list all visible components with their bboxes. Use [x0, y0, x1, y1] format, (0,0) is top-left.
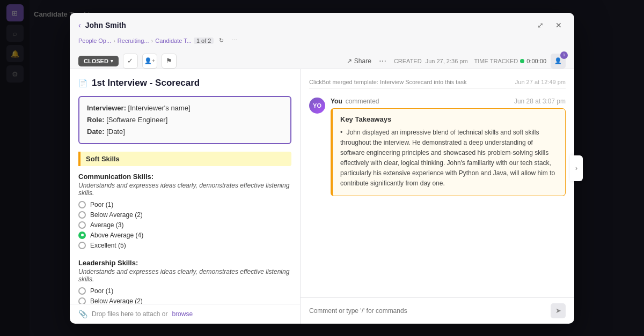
clickbot-message: Jun 27 at 12:49 pm ClickBot merged templ…	[309, 76, 566, 89]
modal-header-icons: ⤢ ✕	[533, 18, 566, 32]
modal-title-row: ‹ John Smith ⤢ ✕	[78, 18, 566, 32]
modal-wrapper: ‹ John Smith ⤢ ✕ People Op... › Recruiti…	[70, 13, 574, 324]
share-button[interactable]: ↗ Share	[347, 57, 371, 65]
created-info: CREATED Jun 27, 2:36 pm	[394, 58, 468, 64]
scorecard-title-text: 1st Interview - Scorecard	[92, 78, 200, 88]
breadcrumb-refresh-button[interactable]: ↻	[216, 35, 226, 46]
more-options-button[interactable]: ⋯	[376, 54, 390, 68]
status-label: CLOSED	[84, 58, 108, 64]
modal-overlay[interactable]: ‹ John Smith ⤢ ✕ People Op... › Recruiti…	[0, 0, 644, 336]
flag-button[interactable]: ⚑	[162, 54, 177, 69]
key-takeaways-box: Key Takeaways • John displayed an impres…	[331, 108, 566, 196]
left-pane: 📄 1st Interview - Scorecard Interviewer:…	[70, 69, 301, 324]
comments-content: Jun 27 at 12:49 pm ClickBot merged templ…	[301, 69, 574, 297]
comment-meta: You commented Jun 28 at 3:07 pm	[331, 98, 566, 105]
comm-label-1: Poor (1)	[90, 201, 113, 208]
scorecard-title-row: 📄 1st Interview - Scorecard	[78, 78, 291, 88]
date-value: [Date]	[106, 128, 125, 136]
comment-body: You commented Jun 28 at 3:07 pm Key Take…	[331, 98, 566, 196]
leadership-desc: Understands and expresses ideas clearly,…	[78, 268, 291, 283]
lead-label-2: Below Average (2)	[90, 297, 143, 304]
comm-option-2[interactable]: Below Average (2)	[78, 211, 291, 219]
info-box: Interviewer: [Interviewer's name] Role: …	[78, 96, 291, 144]
comment-time: Jun 28 at 3:07 pm	[514, 98, 566, 105]
comm-option-1[interactable]: Poor (1)	[78, 201, 291, 208]
created-label: CREATED	[394, 58, 422, 64]
share-label: Share	[354, 57, 371, 65]
key-takeaways-content: John displayed an impressive blend of te…	[340, 129, 555, 188]
date-label: Date:	[87, 128, 105, 136]
breadcrumb-item-3[interactable]: Candidate T...	[155, 38, 192, 44]
interviewer-label: Interviewer:	[87, 104, 126, 112]
comm-option-4[interactable]: Above Average (4)	[78, 232, 291, 239]
notification-badge: 1	[560, 51, 568, 59]
toolbar-meta: CREATED Jun 27, 2:36 pm TIME TRACKED 0:0…	[394, 58, 546, 64]
created-date: Jun 27, 2:36 pm	[426, 58, 468, 64]
breadcrumb-sep-2: ›	[151, 38, 153, 44]
avatar-count-button[interactable]: 👤 1	[551, 54, 566, 69]
comm-option-5[interactable]: Excellent (5)	[78, 242, 291, 249]
comm-label-3: Average (3)	[90, 221, 123, 229]
share-icon: ↗	[347, 57, 352, 65]
comm-radio-1[interactable]	[78, 201, 86, 208]
comm-radio-5[interactable]	[78, 242, 86, 249]
breadcrumb: People Op... › Recruiting... › Candidate…	[78, 35, 566, 50]
lead-radio-1[interactable]	[78, 287, 86, 295]
communication-desc: Understands and expresses ideas clearly,…	[78, 182, 291, 197]
comment-input-row: ➤	[301, 297, 574, 324]
comm-radio-2[interactable]	[78, 211, 86, 219]
comm-option-3[interactable]: Average (3)	[78, 221, 291, 229]
scorecard-doc-icon: 📄	[78, 79, 87, 87]
comment-item: YO You commented Jun 28 at 3:07 pm Key T…	[309, 98, 566, 196]
key-takeaways-title: Key Takeaways	[340, 115, 558, 123]
avatar-initials: YO	[313, 102, 321, 109]
comment-author: You	[331, 98, 342, 105]
comment-input[interactable]	[309, 307, 546, 315]
assignee-button[interactable]: 👤+	[142, 54, 157, 69]
breadcrumb-count: 1 of 2	[194, 38, 214, 44]
role-label: Role:	[87, 116, 105, 124]
key-takeaways-text: • John displayed an impressive blend of …	[340, 128, 558, 189]
comm-radio-3[interactable]	[78, 221, 86, 229]
status-button[interactable]: CLOSED ▾	[78, 56, 119, 66]
scorecard-content: 📄 1st Interview - Scorecard Interviewer:…	[70, 69, 300, 304]
drop-zone: 📎 Drop files here to attach or browse	[70, 304, 300, 324]
interviewer-value: [Interviewer's name]	[128, 104, 191, 112]
comment-send-button[interactable]: ➤	[551, 303, 566, 318]
expand-button[interactable]: ⤢	[533, 18, 547, 32]
interviewer-line: Interviewer: [Interviewer's name]	[87, 102, 283, 114]
comment-action: commented	[346, 98, 379, 105]
leadership-skills-block: Leadership Skills: Understands and expre…	[78, 259, 291, 304]
comm-label-5: Excellent (5)	[90, 242, 126, 249]
breadcrumb-more-button[interactable]: ⋯	[229, 35, 239, 46]
modal-person-name: John Smith	[85, 21, 126, 29]
comm-label-2: Below Average (2)	[90, 211, 143, 219]
close-button[interactable]: ✕	[552, 18, 566, 32]
scorecard-modal: ‹ John Smith ⤢ ✕ People Op... › Recruiti…	[70, 13, 574, 324]
lead-option-2[interactable]: Below Average (2)	[78, 297, 291, 304]
modal-body: 📄 1st Interview - Scorecard Interviewer:…	[70, 69, 574, 324]
comm-label-4: Above Average (4)	[90, 232, 143, 239]
comment-avatar: YO	[309, 98, 325, 114]
lead-radio-2[interactable]	[78, 297, 86, 304]
clickbot-text: ClickBot merged template: Interview Scor…	[309, 79, 466, 85]
time-tracked-label: TIME TRACKED	[474, 58, 518, 64]
breadcrumb-sep-1: ›	[113, 38, 115, 44]
checkmark-button[interactable]: ✓	[123, 54, 138, 69]
time-dot-icon	[520, 59, 524, 63]
back-icon[interactable]: ‹	[78, 21, 81, 29]
lead-option-1[interactable]: Poor (1)	[78, 287, 291, 295]
attachment-icon: 📎	[78, 310, 87, 318]
next-task-arrow[interactable]: ›	[570, 155, 583, 181]
leadership-label: Leadership Skills:	[78, 259, 291, 267]
comm-radio-4[interactable]	[78, 232, 86, 239]
right-pane: Jun 27 at 12:49 pm ClickBot merged templ…	[301, 69, 574, 324]
modal-title-left: ‹ John Smith	[78, 21, 126, 29]
date-line: Date: [Date]	[87, 126, 283, 138]
toolbar-row: CLOSED ▾ ✓ 👤+ ⚑ ↗ Share ⋯ CREATED	[78, 50, 566, 69]
modal-header: ‹ John Smith ⤢ ✕ People Op... › Recruiti…	[70, 13, 574, 69]
breadcrumb-item-2[interactable]: Recruiting...	[118, 38, 149, 44]
breadcrumb-item-1[interactable]: People Op...	[78, 38, 111, 44]
role-line: Role: [Software Engineer]	[87, 114, 283, 126]
browse-link[interactable]: browse	[172, 310, 193, 318]
